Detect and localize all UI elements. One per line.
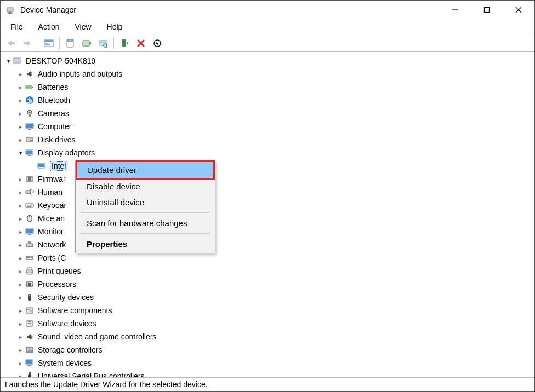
context-scan-hardware[interactable]: Scan for hardware changes <box>77 215 214 231</box>
storage-icon <box>25 345 35 355</box>
expand-icon[interactable]: ▸ <box>16 71 25 77</box>
tree-node-security[interactable]: ▸ Security devices <box>1 291 534 304</box>
tree-label: Keyboar <box>38 201 66 210</box>
svg-rect-60 <box>28 234 31 235</box>
forward-button[interactable] <box>20 37 35 50</box>
svg-line-22 <box>106 47 107 48</box>
update-driver-button[interactable] <box>79 37 94 50</box>
menu-bar: File Action View Help <box>1 19 534 34</box>
svg-rect-59 <box>26 229 33 233</box>
menu-file[interactable]: File <box>5 20 33 33</box>
svg-rect-36 <box>26 124 33 128</box>
speaker-icon <box>25 69 35 79</box>
display-adapter-icon <box>37 161 47 171</box>
expand-icon[interactable]: ▾ <box>4 58 13 64</box>
minimize-button[interactable] <box>439 1 471 19</box>
expand-icon[interactable]: ▸ <box>16 373 25 378</box>
svg-rect-49 <box>30 189 33 194</box>
tree-node-processors[interactable]: ▸ Processors <box>1 278 534 291</box>
expand-icon[interactable]: ▸ <box>16 189 25 195</box>
expand-icon[interactable]: ▸ <box>16 334 25 340</box>
toolbar <box>1 34 534 52</box>
enable-device-button[interactable] <box>117 37 132 50</box>
context-menu-label: Properties <box>87 239 127 249</box>
context-disable-device[interactable]: Disable device <box>77 178 214 194</box>
close-button[interactable] <box>503 1 534 19</box>
tree-label: Bluetooth <box>38 96 70 105</box>
scan-hardware-button[interactable] <box>96 37 110 50</box>
expand-icon[interactable]: ▸ <box>16 203 25 209</box>
properties-button[interactable] <box>63 37 77 50</box>
expand-icon[interactable]: ▸ <box>16 137 25 143</box>
expand-icon[interactable]: ▸ <box>16 124 25 130</box>
context-menu: Update driver Disable device Uninstall d… <box>75 160 215 253</box>
tree-node-sysdev[interactable]: ▸ System devices <box>1 356 534 370</box>
tree-node-softdev[interactable]: ▸ Software devices <box>1 317 534 330</box>
show-hide-console-tree-button[interactable] <box>42 37 56 50</box>
expand-icon[interactable]: ▸ <box>16 360 25 366</box>
context-properties[interactable]: Properties <box>77 236 214 252</box>
menu-action[interactable]: Action <box>33 20 70 33</box>
tree-node-usb[interactable]: ▸ Universal Serial Bus controllers <box>1 370 534 377</box>
monitor-icon <box>25 227 35 237</box>
printer-icon <box>25 266 35 276</box>
tree-label: Sound, video and game controllers <box>38 332 156 341</box>
tree-label: Display adapters <box>38 148 95 157</box>
expand-icon[interactable]: ▸ <box>16 216 25 222</box>
svg-rect-81 <box>27 309 30 310</box>
expand-icon[interactable]: ▸ <box>16 295 25 301</box>
menu-view[interactable]: View <box>69 20 101 33</box>
svg-rect-88 <box>26 360 32 364</box>
svg-rect-69 <box>27 272 32 274</box>
tree-label: Audio inputs and outputs <box>38 70 122 78</box>
tree-node-printqueues[interactable]: ▸ Print queues <box>1 264 534 278</box>
expand-icon[interactable]: ▸ <box>16 242 25 248</box>
svg-rect-8 <box>11 42 15 44</box>
tree-node-cameras[interactable]: ▸ Cameras <box>1 107 534 120</box>
expand-icon[interactable]: ▸ <box>16 347 25 353</box>
tree-node-disk[interactable]: ▸ Disk drives <box>1 133 534 146</box>
svg-rect-12 <box>45 43 48 44</box>
disable-device-button[interactable] <box>150 37 164 50</box>
expand-icon[interactable]: ▸ <box>16 176 25 182</box>
expand-icon[interactable]: ▸ <box>16 321 25 327</box>
expand-icon[interactable]: ▸ <box>16 84 25 90</box>
svg-rect-71 <box>28 283 31 286</box>
tree-node-softcomp[interactable]: ▸ Software components <box>1 304 534 317</box>
tree-node-display[interactable]: ▾ Display adapters <box>1 146 534 159</box>
expand-icon[interactable]: ▸ <box>16 268 25 274</box>
expand-icon[interactable]: ▸ <box>16 255 25 261</box>
expand-icon[interactable]: ▸ <box>16 308 25 314</box>
context-uninstall-device[interactable]: Uninstall device <box>77 194 214 210</box>
uninstall-device-button[interactable] <box>134 37 148 50</box>
expand-icon[interactable]: ▸ <box>16 97 25 103</box>
svg-rect-3 <box>8 13 12 14</box>
svg-rect-18 <box>83 41 89 45</box>
tree-node-storage[interactable]: ▸ Storage controllers <box>1 343 534 356</box>
back-button[interactable] <box>4 37 18 50</box>
tree-label: Ports (C <box>38 253 66 262</box>
tree-node-audio[interactable]: ▸ Audio inputs and outputs <box>1 67 534 80</box>
tree-node-bluetooth[interactable]: ▸ Bluetooth <box>1 94 534 107</box>
expand-icon[interactable]: ▸ <box>16 281 25 287</box>
expand-icon[interactable]: ▸ <box>16 229 25 235</box>
svg-rect-11 <box>44 40 53 42</box>
title-bar: Device Manager <box>1 1 534 19</box>
device-tree[interactable]: ▾ DESKTOP-504K819 ▸ Audio inputs and out… <box>1 52 534 377</box>
tree-node-computer[interactable]: ▸ Computer <box>1 120 534 133</box>
maximize-button[interactable] <box>471 1 503 19</box>
context-menu-label: Uninstall device <box>87 198 144 207</box>
tree-node-batteries[interactable]: ▸ Batteries <box>1 80 534 94</box>
collapse-icon[interactable]: ▾ <box>16 150 25 156</box>
tree-root[interactable]: ▾ DESKTOP-504K819 <box>1 54 534 67</box>
mouse-icon <box>25 214 35 223</box>
menu-help[interactable]: Help <box>101 20 133 33</box>
svg-point-65 <box>29 257 30 258</box>
context-menu-label: Update driver <box>87 165 136 175</box>
expand-icon[interactable]: ▸ <box>16 111 25 117</box>
tree-label: Software components <box>38 306 112 315</box>
svg-rect-45 <box>40 169 43 169</box>
tree-label: Monitor <box>38 227 64 236</box>
context-update-driver[interactable]: Update driver <box>76 160 215 180</box>
tree-node-sound[interactable]: ▸ Sound, video and game controllers <box>1 330 534 343</box>
